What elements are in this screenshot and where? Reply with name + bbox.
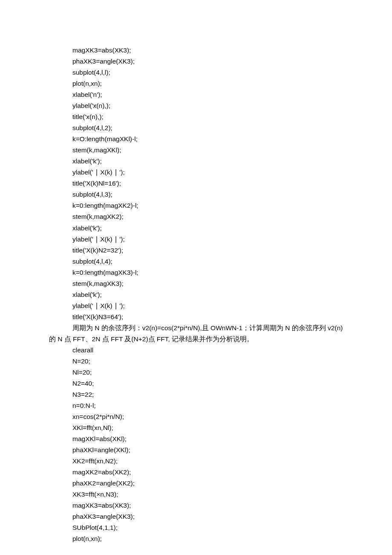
code-line: N2=40;: [49, 378, 343, 389]
code-line: clearall: [49, 345, 343, 356]
code-line: plot(n,xn);: [49, 533, 343, 544]
code-line: XK3=fft(×n,N3);: [49, 489, 343, 500]
paragraph-line: 周期为 N 的余弦序列：v2(n)=cos(2*pi*n/N),且 OWnWN-…: [49, 323, 343, 334]
code-line: subplot(4,l,4);: [49, 256, 343, 267]
code-line: subplot(4,l,2);: [49, 122, 343, 134]
code-line: subplot(4,l,l);: [49, 67, 343, 78]
code-line: ylabel(' ∣ X(k) ∣ ');: [49, 234, 343, 245]
code-line: phaXKl=angle(XKl);: [49, 445, 343, 456]
code-line: ylabel(' ∣ X(k) ∣ ');: [49, 300, 343, 311]
code-block-2: clearall N=20; Nl=20; N2=40; N3=22; n=0:…: [49, 345, 343, 545]
code-line: phaXK3=angle(XK3);: [49, 56, 343, 67]
code-line: n=0:N-l;: [49, 400, 343, 411]
code-line: k=0:length(magXK3)-l;: [49, 267, 343, 278]
code-line: magXK3=abs(XK3);: [49, 500, 343, 511]
code-line: phaXK3=angle(XK3);: [49, 511, 343, 522]
code-line: XK2=fft(xn,N2);: [49, 456, 343, 467]
code-line: phaXK2=angle(XK2);: [49, 478, 343, 489]
code-line: ylabel('x(n),);: [49, 100, 343, 111]
code-line: magXK3=abs(XK3);: [49, 45, 343, 56]
code-line: xn=cos(2*pi*n/N);: [49, 411, 343, 422]
description-paragraph: 周期为 N 的余弦序列：v2(n)=cos(2*pi*n/N),且 OWnWN-…: [49, 323, 343, 345]
code-line: title('X(k)N3=64');: [49, 311, 343, 323]
code-line: ylabel(' ∣ X(k) ∣ ');: [49, 167, 343, 178]
code-line: SUbPlot(4,1,1);: [49, 522, 343, 533]
code-line: plot(n,xn);: [49, 78, 343, 89]
code-line: stem(k,magXK3);: [49, 278, 343, 289]
code-line: magXKl=abs(XKl);: [49, 433, 343, 445]
code-line: title('X(k)N2=32');: [49, 245, 343, 256]
code-line: N=20;: [49, 356, 343, 367]
code-line: xlabel('k');: [49, 156, 343, 167]
code-line: stem(k,magXK2);: [49, 211, 343, 222]
code-block-1: magXK3=abs(XK3); phaXK3=angle(XK3); subp…: [49, 45, 343, 323]
code-line: xlabel('n');: [49, 89, 343, 100]
code-line: N3=22;: [49, 389, 343, 400]
code-line: title('x(n),);: [49, 111, 343, 122]
code-line: subplot(4,l,3);: [49, 189, 343, 200]
code-line: XKl=fft(xn,Nl);: [49, 422, 343, 433]
code-line: xlabel('k');: [49, 289, 343, 300]
code-line: k=0:length(magXK2)-l;: [49, 200, 343, 211]
code-line: k=O:length(magXKl)-l;: [49, 134, 343, 145]
code-line: title('X(k)Nl=16');: [49, 178, 343, 189]
paragraph-line: 的 N 点 FFT、2N 点 FFT 及(N+2)点 FFT, 记录结果并作为分…: [49, 334, 343, 345]
code-line: stem(k,magXKl);: [49, 145, 343, 156]
code-line: magXK2=abs(XK2);: [49, 467, 343, 478]
code-line: Nl=20;: [49, 367, 343, 378]
code-line: xlabel('k');: [49, 223, 343, 234]
